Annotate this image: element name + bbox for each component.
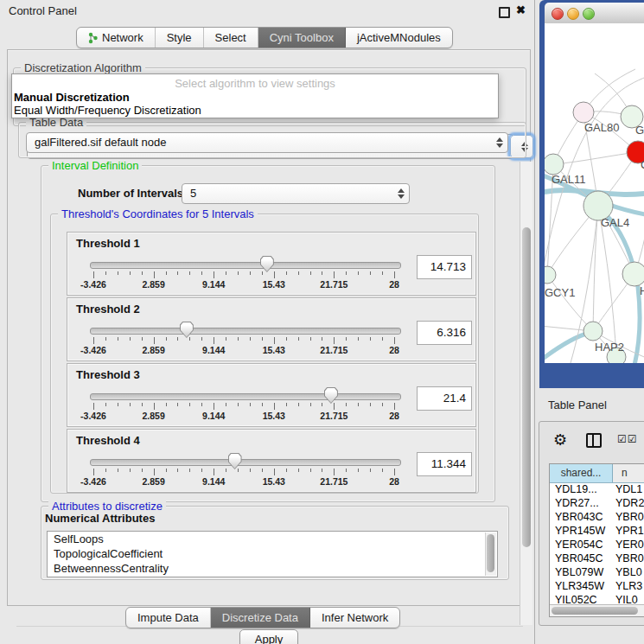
cell-name[interactable]: YPR1 xyxy=(612,525,644,539)
table-rows-container: YDL19...YDL1YDR27...YDR2YBR043CYBR0YPR14… xyxy=(550,483,644,608)
minimize-traffic-light-icon[interactable] xyxy=(567,8,579,20)
cell-name[interactable]: YBR0 xyxy=(612,511,644,525)
threshold-value[interactable]: 21.4 xyxy=(417,386,472,411)
zoom-traffic-light-icon[interactable] xyxy=(583,8,595,20)
table-row[interactable]: YDL19...YDL1 xyxy=(550,483,644,497)
tick-mark xyxy=(238,271,239,275)
tab-infer-network[interactable]: Infer Network xyxy=(310,608,399,628)
interval-definition-group: Interval Definition Number of Intervals … xyxy=(41,165,495,502)
cell-shared-name[interactable]: YBR045C xyxy=(550,552,612,566)
cell-name[interactable]: YER0 xyxy=(612,539,644,552)
table-row[interactable]: YLR345WYLR3 xyxy=(550,580,644,594)
threshold-value[interactable]: 6.316 xyxy=(417,321,472,345)
tab-network[interactable]: Network xyxy=(77,28,156,48)
tick-mark xyxy=(105,469,106,472)
attribute-item[interactable]: SelfLoops xyxy=(48,532,497,546)
network-node[interactable] xyxy=(545,154,564,175)
close-icon[interactable]: ✖ xyxy=(516,3,526,16)
table-row[interactable]: YBL079WYBL0 xyxy=(550,566,644,580)
threshold-value[interactable]: 14.713 xyxy=(417,255,472,279)
cell-name[interactable]: YBR0 xyxy=(612,552,644,566)
gear-icon[interactable]: ⚙ xyxy=(553,430,567,450)
select-columns-icon[interactable]: ☑☑ xyxy=(617,433,638,445)
scrollbar-thumb[interactable] xyxy=(487,534,494,572)
slider-track[interactable] xyxy=(90,459,401,466)
dropdown-option-manual[interactable]: Manual Discretization xyxy=(14,91,496,104)
float-window-icon[interactable] xyxy=(499,7,510,18)
attributes-list-scrollbar[interactable] xyxy=(485,532,496,576)
scrollbar-thumb[interactable] xyxy=(552,607,638,615)
table-data-combobox[interactable]: galFiltered.sif default node xyxy=(26,132,508,153)
tick-mark xyxy=(310,403,311,406)
tick-mark xyxy=(358,403,359,406)
attribute-item[interactable]: BetweennessCentrality xyxy=(48,561,497,576)
network-node[interactable] xyxy=(583,322,603,341)
tab-discretize-data[interactable]: Discretize Data xyxy=(211,608,310,628)
tick-mark xyxy=(105,337,106,341)
tick-label: -3.426 xyxy=(80,476,106,487)
network-window-titlebar[interactable] xyxy=(545,3,644,24)
table-row[interactable]: YER054CYER0 xyxy=(550,539,644,552)
tab-label: Select xyxy=(215,31,246,44)
tab-select[interactable]: Select xyxy=(204,28,258,48)
network-node[interactable] xyxy=(573,102,594,123)
node-label: C xyxy=(641,158,644,171)
slider-thumb[interactable] xyxy=(260,256,274,272)
dropdown-option-equal-width[interactable]: Equal Width/Frequency Discretization xyxy=(14,104,496,117)
cell-name[interactable]: YDR2 xyxy=(612,497,644,511)
cell-shared-name[interactable]: YPR145W xyxy=(550,525,612,539)
slider-thumb[interactable] xyxy=(228,453,242,469)
cell-shared-name[interactable]: YDR27... xyxy=(550,497,612,511)
tick-mark xyxy=(214,337,214,344)
column-header-name[interactable]: n xyxy=(613,464,644,482)
settings-scrollbar[interactable] xyxy=(520,162,532,625)
group-title: Threshold's Coordinates for 5 Intervals xyxy=(58,207,258,220)
cell-shared-name[interactable]: YBR043C xyxy=(550,511,612,525)
apply-button[interactable]: Apply xyxy=(239,629,298,644)
attribute-item[interactable]: TopologicalCoefficient xyxy=(48,546,497,561)
tick-mark xyxy=(274,469,275,475)
threshold-panel: Threshold 3 -3.4262.8599.14415.4321.7152… xyxy=(67,363,476,427)
slider-thumb[interactable] xyxy=(324,387,338,404)
table-horizontal-scrollbar[interactable] xyxy=(550,604,644,616)
slider-thumb[interactable] xyxy=(180,322,194,338)
column-header-shared-name[interactable]: shared... xyxy=(550,464,613,482)
tab-style[interactable]: Style xyxy=(156,28,204,48)
tick-mark xyxy=(201,271,202,275)
table-row[interactable]: YDR27...YDR2 xyxy=(550,497,644,511)
cell-name[interactable]: YBL0 xyxy=(612,566,644,580)
tick-mark xyxy=(238,337,239,341)
split-columns-icon[interactable] xyxy=(586,433,602,448)
slider-track[interactable] xyxy=(90,328,401,335)
cell-shared-name[interactable]: YER054C xyxy=(550,539,612,552)
table-row[interactable]: YPR145WYPR1 xyxy=(550,525,644,539)
tick-mark xyxy=(166,271,167,275)
tab-label: Network xyxy=(102,31,143,44)
cell-name[interactable]: YDL1 xyxy=(612,483,644,497)
slider-track[interactable] xyxy=(90,393,401,400)
cell-shared-name[interactable]: YLR345W xyxy=(550,580,612,594)
number-of-intervals-value: 5 xyxy=(190,184,196,203)
cell-shared-name[interactable]: YDL19... xyxy=(550,483,612,497)
numerical-attributes-list[interactable]: SelfLoopsTopologicalCoefficientBetweenne… xyxy=(47,531,498,577)
cell-shared-name[interactable]: YBL079W xyxy=(550,566,612,580)
table-row[interactable]: YBR045CYBR0 xyxy=(550,552,644,566)
close-traffic-light-icon[interactable] xyxy=(552,8,564,20)
tab-impute-data[interactable]: Impute Data xyxy=(126,608,211,628)
threshold-value[interactable]: 11.344 xyxy=(417,452,472,476)
tab-cyni-toolbox[interactable]: Cyni Toolbox xyxy=(258,28,346,48)
network-node[interactable] xyxy=(622,262,644,286)
cell-name[interactable]: YLR3 xyxy=(612,580,644,594)
tick-mark xyxy=(334,469,335,475)
network-node[interactable] xyxy=(545,266,556,284)
table-row[interactable]: YBR043CYBR0 xyxy=(550,511,644,525)
slider-track[interactable] xyxy=(90,262,401,269)
tick-mark xyxy=(394,403,395,410)
tab-jactivemnodules[interactable]: jActiveMNodules xyxy=(346,28,452,48)
attribute-items-container: SelfLoopsTopologicalCoefficientBetweenne… xyxy=(48,532,497,576)
scrollbar-thumb[interactable] xyxy=(522,227,531,547)
tick-mark xyxy=(118,271,118,275)
number-of-intervals-combobox[interactable]: 5 xyxy=(182,183,410,204)
network-canvas[interactable]: GAL80GACGAL11GAL4GCY1HHAP2 xyxy=(545,23,644,363)
edge xyxy=(593,206,598,331)
